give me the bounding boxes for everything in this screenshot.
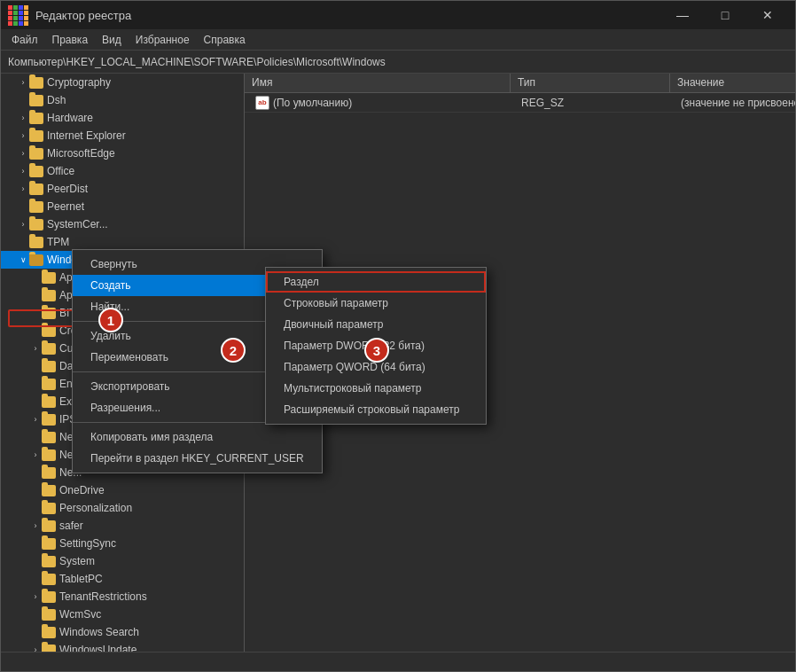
content-area: › Cryptography Dsh › Hardware › Internet… bbox=[1, 74, 795, 652]
expand-arrow: › bbox=[29, 521, 42, 530]
tree-item-system[interactable]: System bbox=[1, 552, 244, 570]
address-text: Компьютер\HKEY_LOCAL_MACHINE\SOFTWARE\Po… bbox=[8, 56, 386, 68]
table-row[interactable]: ab (По умолчанию) REG_SZ (значение не пр… bbox=[245, 93, 795, 113]
expand-arrow: › bbox=[29, 415, 42, 424]
tree-item-peernet[interactable]: Peernet bbox=[1, 198, 244, 215]
folder-icon bbox=[42, 272, 56, 284]
folder-icon bbox=[29, 113, 43, 124]
folder-icon bbox=[29, 201, 43, 213]
folder-icon bbox=[42, 361, 56, 372]
cell-name: ab (По умолчанию) bbox=[248, 94, 514, 112]
folder-icon bbox=[42, 538, 56, 550]
menu-favorites[interactable]: Избранное bbox=[129, 29, 197, 50]
folder-icon bbox=[29, 77, 43, 89]
expand-arrow: › bbox=[17, 220, 29, 229]
tree-label: TPM bbox=[47, 236, 69, 248]
tree-item-tenant[interactable]: › TenantRestrictions bbox=[1, 588, 244, 606]
tree-label: Windows Search bbox=[59, 626, 139, 638]
title-bar: Редактор реестра — □ ✕ bbox=[1, 1, 795, 29]
menu-edit[interactable]: Правка bbox=[45, 29, 96, 50]
tree-item-ie[interactable]: › Internet Explorer bbox=[1, 127, 244, 145]
folder-icon bbox=[29, 166, 43, 177]
submenu-multi-param[interactable]: Мультистроковый параметр bbox=[266, 378, 486, 399]
folder-icon bbox=[42, 379, 56, 390]
tree-label: TenantRestrictions bbox=[59, 590, 147, 603]
tree-item-windows-search[interactable]: Windows Search bbox=[1, 623, 244, 641]
tree-item-onedrive[interactable]: OneDrive bbox=[1, 481, 244, 499]
tree-item-cryptography[interactable]: › Cryptography bbox=[1, 74, 244, 91]
folder-icon bbox=[29, 184, 43, 195]
folder-icon bbox=[42, 396, 56, 408]
expand-arrow: › bbox=[17, 167, 29, 176]
tree-label: Personalization bbox=[59, 502, 132, 514]
menu-help[interactable]: Справка bbox=[197, 29, 253, 50]
tree-item-tpm[interactable]: TPM bbox=[1, 233, 244, 251]
registry-editor-window: Редактор реестра — □ ✕ Файл Правка Вид И… bbox=[0, 0, 796, 672]
tree-item-systemcer[interactable]: › SystemCer... bbox=[1, 215, 244, 233]
close-button[interactable]: ✕ bbox=[747, 1, 788, 29]
tree-item-windowsupdate[interactable]: › WindowsUpdate bbox=[1, 641, 244, 652]
status-bar bbox=[1, 652, 795, 671]
tree-item-peerdist[interactable]: › PeerDist bbox=[1, 180, 244, 198]
folder-icon bbox=[42, 290, 56, 301]
step-badge-1: 1 bbox=[98, 308, 123, 332]
cell-value: (значение не присвоено) bbox=[674, 95, 795, 111]
tree-item-edge[interactable]: › MicrosoftEdge bbox=[1, 145, 244, 162]
tree-label: Office bbox=[47, 165, 74, 177]
menu-file[interactable]: Файл bbox=[4, 29, 45, 50]
tree-item-safer[interactable]: › safer bbox=[1, 517, 244, 535]
menu-bar: Файл Правка Вид Избранное Справка bbox=[1, 29, 795, 51]
expand-arrow: › bbox=[29, 450, 42, 459]
tree-item-wcmsvc[interactable]: WcmSvc bbox=[1, 606, 244, 623]
menu-view[interactable]: Вид bbox=[95, 29, 129, 50]
ctx-goto[interactable]: Перейти в раздел HKEY_CURRENT_USER bbox=[73, 448, 322, 469]
folder-icon bbox=[42, 343, 56, 355]
folder-icon bbox=[42, 591, 56, 603]
col-header-value: Значение bbox=[670, 74, 795, 92]
tree-item-settingsync[interactable]: SettingSync bbox=[1, 535, 244, 552]
tree-item-personalization[interactable]: Personalization bbox=[1, 499, 244, 517]
folder-icon bbox=[29, 237, 43, 248]
tree-label: TabletPC bbox=[59, 573, 103, 585]
folder-icon bbox=[42, 467, 56, 479]
tree-label: System bbox=[59, 555, 95, 567]
app-icon bbox=[8, 5, 28, 26]
minimize-button[interactable]: — bbox=[662, 1, 703, 29]
tree-label: MicrosoftEdge bbox=[47, 147, 115, 160]
tree-label: Dsh bbox=[47, 94, 66, 106]
step-badge-2: 2 bbox=[221, 338, 246, 363]
folder-icon bbox=[29, 254, 43, 266]
tree-label: WcmSvc bbox=[59, 608, 101, 621]
folder-icon bbox=[42, 432, 56, 443]
folder-icon bbox=[42, 503, 56, 514]
tree-label: Hardware bbox=[47, 112, 93, 124]
maximize-button[interactable]: □ bbox=[705, 1, 745, 29]
expand-arrow: › bbox=[17, 149, 29, 158]
submenu-expand-param[interactable]: Расширяемый строковый параметр bbox=[266, 399, 486, 420]
tree-item-dsh[interactable]: Dsh bbox=[1, 91, 244, 109]
table-header: Имя Тип Значение bbox=[245, 74, 795, 93]
tree-label: Peernet bbox=[47, 200, 84, 213]
folder-icon bbox=[42, 449, 56, 461]
expand-arrow: › bbox=[29, 344, 42, 353]
folder-icon bbox=[42, 556, 56, 567]
tree-label: SystemCer... bbox=[47, 218, 108, 231]
folder-icon bbox=[29, 130, 43, 142]
ctx-copy-name[interactable]: Копировать имя раздела bbox=[73, 426, 322, 448]
window-title: Редактор реестра bbox=[35, 9, 662, 22]
expand-arrow: › bbox=[17, 184, 29, 193]
tree-item-tabletpc[interactable]: TabletPC bbox=[1, 570, 244, 588]
submenu-string-param[interactable]: Строковый параметр bbox=[266, 293, 486, 314]
submenu-binary-param[interactable]: Двоичный параметр bbox=[266, 314, 486, 335]
expand-arrow: › bbox=[17, 113, 29, 122]
window-controls: — □ ✕ bbox=[662, 1, 788, 29]
submenu-razdel[interactable]: Раздел bbox=[266, 271, 486, 293]
folder-icon bbox=[42, 574, 56, 585]
registry-value-icon: ab bbox=[255, 96, 269, 110]
folder-icon bbox=[42, 645, 56, 652]
expand-arrow: › bbox=[17, 131, 29, 140]
tree-item-hardware[interactable]: › Hardware bbox=[1, 109, 244, 127]
tree-item-office[interactable]: › Office bbox=[1, 162, 244, 180]
folder-icon bbox=[42, 414, 56, 426]
folder-icon bbox=[42, 609, 56, 621]
